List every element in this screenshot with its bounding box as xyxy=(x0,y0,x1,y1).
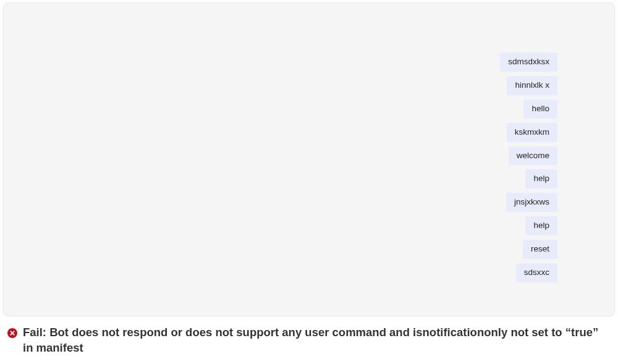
user-message[interactable]: sdsxxc xyxy=(516,263,557,282)
user-message[interactable]: hello xyxy=(523,99,557,119)
user-message[interactable]: hinnlxlk x xyxy=(507,76,557,95)
user-message[interactable]: jnsjxkxws xyxy=(506,193,557,212)
validation-error-text: Fail: Bot does not respond or does not s… xyxy=(23,325,609,356)
user-message[interactable]: reset xyxy=(523,240,557,259)
user-message[interactable]: welcome xyxy=(509,146,557,166)
chat-panel: sdmsdxksx hinnlxlk x hello kskmxkm welco… xyxy=(3,2,615,316)
user-message[interactable]: sdmsdxksx xyxy=(500,53,557,72)
validation-error-bar: Fail: Bot does not respond or does not s… xyxy=(0,316,618,356)
error-circle-icon xyxy=(7,328,17,338)
user-message[interactable]: kskmxkm xyxy=(507,123,557,142)
message-list: sdmsdxksx hinnlxlk x hello kskmxkm welco… xyxy=(500,53,602,282)
user-message[interactable]: help xyxy=(525,216,557,235)
user-message[interactable]: help xyxy=(525,169,557,188)
